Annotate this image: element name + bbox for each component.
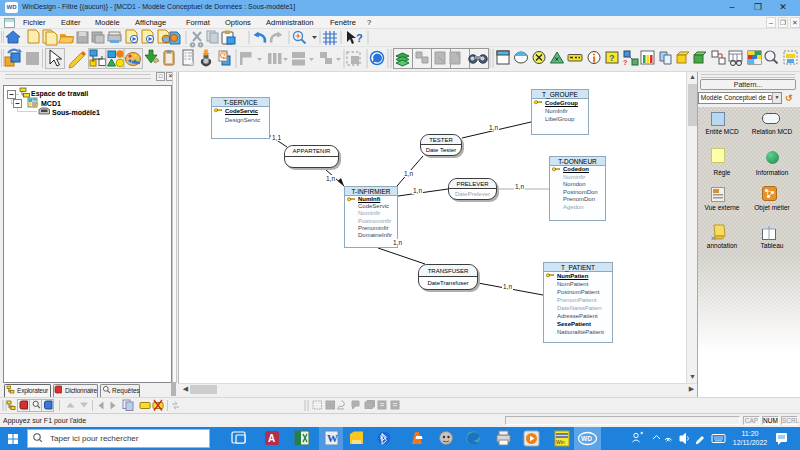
svg-text:?: ? (623, 59, 627, 66)
svg-text:?: ? (609, 53, 615, 63)
svg-text:WD: WD (581, 435, 592, 442)
svg-text:Win: Win (556, 439, 565, 445)
svg-text:A: A (268, 433, 275, 444)
svg-text:?: ? (356, 32, 363, 44)
svg-text:W: W (327, 432, 338, 444)
svg-text:?: ? (222, 52, 226, 59)
